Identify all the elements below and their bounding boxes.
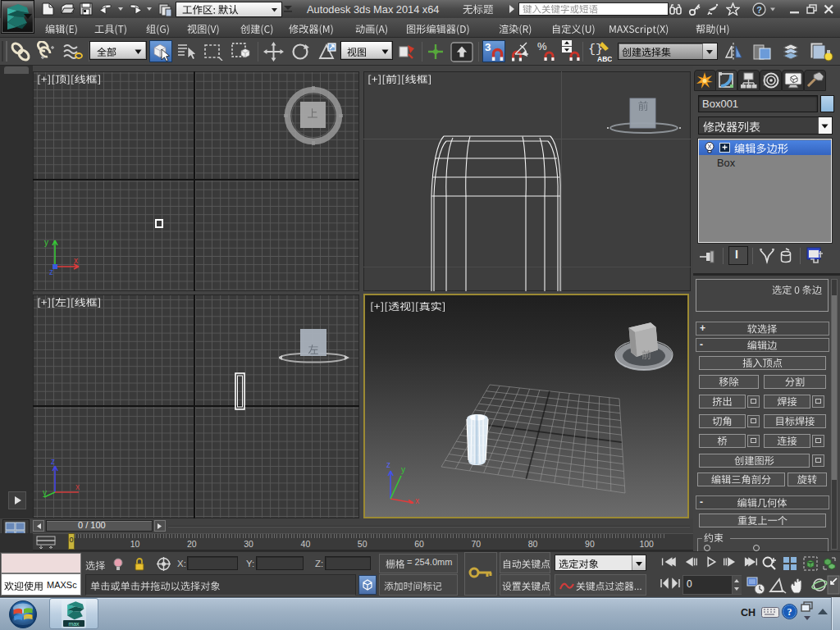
svg-text:%: % bbox=[537, 40, 547, 52]
svg-text:y: y bbox=[401, 465, 405, 474]
svg-text:z: z bbox=[51, 458, 55, 466]
svg-text:ABC: ABC bbox=[597, 55, 612, 63]
svg-text:?: ? bbox=[788, 606, 792, 618]
svg-text:x: x bbox=[415, 496, 419, 504]
svg-text:x: x bbox=[75, 482, 80, 491]
svg-text:y: y bbox=[44, 238, 48, 247]
svg-text:max: max bbox=[68, 621, 80, 627]
svg-text:?: ? bbox=[756, 5, 762, 15]
svg-text:x: x bbox=[74, 256, 78, 265]
svg-text:z: z bbox=[386, 460, 390, 469]
svg-text:y: y bbox=[43, 488, 47, 497]
svg-text:z: z bbox=[49, 267, 53, 275]
